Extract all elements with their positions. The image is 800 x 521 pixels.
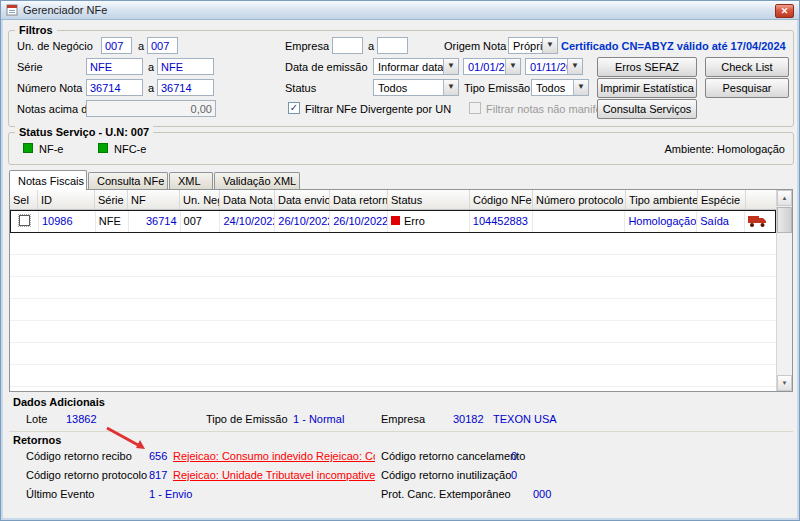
error-status-icon [391, 216, 400, 225]
cell-status: Erro [388, 211, 470, 232]
cell-sel [11, 211, 39, 232]
serie-to-input[interactable]: NFE [157, 58, 214, 75]
pesquisar-button[interactable]: Pesquisar [705, 78, 789, 98]
retornos-title: Retornos [13, 434, 61, 446]
numero-nota-from-input[interactable]: 36714 [86, 79, 143, 96]
imprimir-estatistica-button[interactable]: Imprimir Estatística [597, 78, 697, 98]
cell-tipo-ambiente: Homologação [625, 211, 697, 232]
chevron-down-icon[interactable]: ▼ [443, 80, 458, 95]
table-row-empty [10, 343, 776, 365]
data-emissao-label: Data de emissão [285, 61, 368, 73]
filtrar-manifestadas-checkbox [469, 102, 481, 114]
status-servico-title: Status Serviço - U.N: 007 [15, 126, 153, 138]
scrollbar-thumb[interactable] [777, 207, 792, 233]
col-header-sel[interactable]: Sel [10, 190, 38, 209]
col-header-data-retorno[interactable]: Data retorno [330, 190, 388, 209]
filtrar-divergente-label[interactable]: Filtrar NFe Divergente por UN [305, 103, 451, 115]
col-header-nf[interactable]: NF [128, 190, 180, 209]
vertical-scrollbar[interactable]: ▲ ▼ [776, 190, 792, 391]
col-header-data-nota[interactable]: Data Nota [220, 190, 275, 209]
dados-adicionais-title: Dados Adicionais [13, 396, 105, 408]
col-header-serie[interactable]: Série [95, 190, 128, 209]
chevron-down-icon[interactable]: ▼ [505, 59, 520, 74]
table-row[interactable]: 10986 NFE 36714 007 24/10/2022 26/10/202… [10, 210, 776, 233]
title-bar[interactable]: Gerenciador NFe [1, 1, 799, 20]
lote-label: Lote [26, 413, 47, 425]
chevron-down-icon[interactable]: ▼ [542, 38, 557, 53]
cell-danfe[interactable] [745, 211, 775, 232]
grid-header-row: Sel ID Série NF Un. Neg. Data Nota Data … [10, 190, 776, 210]
tipo-emissao-info-label: Tipo de Emissão [206, 413, 288, 425]
scroll-up-icon: ▲ [782, 195, 788, 201]
empresa-from-input[interactable] [332, 37, 363, 54]
notas-acima-input[interactable]: 0,00 [86, 100, 216, 117]
origem-nota-select[interactable]: Própria ▼ [508, 37, 558, 54]
col-header-numero-protocolo[interactable]: Número protocolo [533, 190, 626, 209]
data-emissao-from-picker[interactable]: 01/01/2023 ▼ [463, 58, 521, 75]
col-header-un-neg[interactable]: Un. Neg. [180, 190, 220, 209]
protocolo-rejection-link[interactable]: Rejeicao: Unidade Tributavel incompative… [173, 469, 375, 481]
cancelamento-codigo: 0 [511, 450, 517, 462]
scroll-down-button[interactable]: ▼ [777, 375, 792, 391]
scroll-down-icon: ▼ [782, 380, 788, 386]
recibo-rejection-link[interactable]: Rejeicao: Consumo indevido Rejeicao: Con… [173, 450, 375, 462]
cell-data-envio: 26/10/2022 [275, 211, 330, 232]
protocolo-label: Código retorno protocolo [26, 469, 147, 481]
tipo-emissao-select[interactable]: Todos ▼ [531, 79, 589, 96]
data-emissao-mode-select[interactable]: Informar data ▼ [373, 58, 459, 75]
un-negocio-to-input[interactable]: 007 [147, 37, 178, 54]
data-emissao-to-picker[interactable]: 01/11/2023 ▼ [525, 58, 583, 75]
tab-consulta-nfe[interactable]: Consulta NFe [88, 172, 168, 189]
nfe-status-ok-icon [23, 143, 33, 153]
close-button[interactable]: ✕ [775, 4, 794, 18]
consulta-servicos-button[interactable]: Consulta Serviços [597, 99, 697, 119]
empresa-codigo-value: 30182 [453, 413, 484, 425]
serie-from-input[interactable]: NFE [86, 58, 143, 75]
cell-data-retorno: 26/10/2022 [330, 211, 388, 232]
tab-xml[interactable]: XML [169, 172, 213, 189]
status-select[interactable]: Todos ▼ [373, 79, 459, 96]
filtrar-divergente-checkbox[interactable]: ✓ [288, 102, 300, 114]
row-checkbox[interactable] [19, 215, 30, 226]
col-header-blank [746, 190, 776, 209]
window-gerenciador-nfe: Gerenciador NFe ✕ Filtros Un. de Negócio… [0, 0, 800, 521]
chevron-down-icon[interactable]: ▼ [573, 80, 588, 95]
tipo-emissao-value: Todos [536, 82, 565, 94]
col-header-codigo-nfe[interactable]: Código NFe [470, 190, 533, 209]
table-row-empty [10, 299, 776, 321]
table-row-empty [10, 321, 776, 343]
serie-range-sep: a [148, 61, 154, 73]
cell-nf: 36714 [129, 211, 181, 232]
scroll-up-button[interactable]: ▲ [777, 190, 792, 206]
tab-validacao-xml[interactable]: Validação XML [214, 172, 300, 189]
col-header-tipo-ambiente[interactable]: Tipo ambiente [626, 190, 698, 209]
numero-nota-to-input[interactable]: 36714 [157, 79, 214, 96]
status-label: Status [285, 82, 316, 94]
cell-numero-protocolo [533, 211, 626, 232]
table-row-empty [10, 255, 776, 277]
serie-label: Série [17, 61, 43, 73]
col-header-status[interactable]: Status [388, 190, 470, 209]
col-header-especie[interactable]: Espécie [698, 190, 746, 209]
empresa-to-input[interactable] [377, 37, 408, 54]
erros-sefaz-button[interactable]: Erros SEFAZ [597, 57, 697, 77]
prot-canc-value: 000 [533, 488, 551, 500]
check-list-button[interactable]: Check List [705, 57, 789, 77]
chevron-down-icon[interactable]: ▼ [443, 59, 458, 74]
un-negocio-from-input[interactable]: 007 [101, 37, 132, 54]
annotation-arrow [103, 425, 155, 457]
close-icon: ✕ [781, 6, 789, 16]
cell-id: 10986 [39, 211, 96, 232]
truck-icon [748, 215, 767, 228]
chevron-down-icon[interactable]: ▼ [567, 59, 582, 74]
tipo-emissao-info-value: 1 - Normal [293, 413, 344, 425]
certificate-info: Certificado CN=ABYZ válido até 17/04/202… [561, 40, 795, 52]
tab-notas-fiscais[interactable]: Notas Fiscais [9, 170, 87, 190]
numero-nota-label: Número Nota [17, 82, 82, 94]
col-header-id[interactable]: ID [38, 190, 95, 209]
inutilizacao-codigo: 0 [511, 469, 517, 481]
prot-canc-label: Prot. Canc. Extemporâneo [381, 488, 511, 500]
cell-codigo-nfe: 104452883 [470, 211, 533, 232]
table-row-empty [10, 277, 776, 299]
col-header-data-envio[interactable]: Data envio [275, 190, 330, 209]
